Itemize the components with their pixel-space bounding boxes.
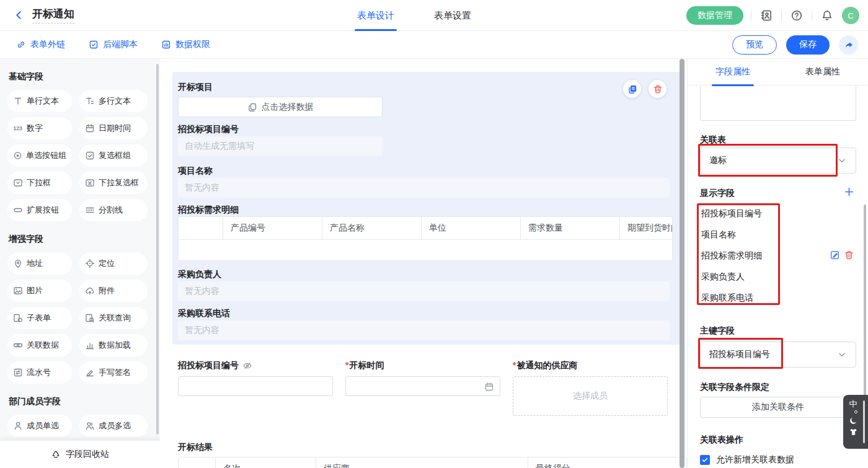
text-input[interactable] (178, 376, 333, 396)
primary-field-select[interactable]: 招投标项目编号 (700, 342, 856, 368)
data-manage-button[interactable]: 数据管理 (686, 6, 743, 25)
widget-divider (863, 400, 865, 443)
result-table: 名次 供应商 最终得分 (178, 457, 687, 468)
palette-relation-query[interactable]: 关联查询 (79, 307, 148, 329)
detail-subtable: 产品编号 产品名称 单位 需求数量 期望到货时间 (178, 216, 673, 261)
field-label: 采购联系电话 (178, 308, 230, 319)
calendar-icon (85, 123, 95, 133)
delete-display-fields-button[interactable] (844, 250, 854, 260)
palette-select[interactable]: 下拉框 (7, 172, 72, 194)
back-button[interactable] (11, 8, 26, 23)
palette-data-load[interactable]: 数据加载 (79, 334, 148, 356)
share-button[interactable] (839, 35, 858, 55)
result-table-label: 开标结果 (178, 442, 213, 453)
checkbox-icon (85, 151, 95, 161)
field-label: 采购负责人 (178, 269, 221, 280)
select-data-button[interactable]: 点击选择数据 (178, 97, 383, 117)
eye-off-icon (242, 361, 252, 371)
divider-icon (85, 205, 95, 215)
translate-theme-widget[interactable]: 中 (843, 395, 868, 449)
button-icon (13, 205, 23, 215)
theme-shirt-icon[interactable] (849, 428, 858, 437)
subtable-col-header: 产品名称 (322, 217, 422, 239)
tab-form-design[interactable]: 表单设计 (355, 0, 397, 31)
palette-extend-button[interactable]: 扩展按钮 (7, 199, 72, 221)
data-permission-link[interactable]: 数据权限 (161, 39, 210, 50)
tab-field-properties[interactable]: 字段属性 (715, 59, 750, 86)
palette-multi-line-text[interactable]: 多行文本 (79, 90, 148, 112)
display-field-item[interactable]: 招投标项目编号 (701, 208, 762, 219)
section-enhanced-fields: 增强字段 (9, 234, 151, 245)
palette-address[interactable]: 地址 (7, 252, 72, 275)
palette-single-line-text[interactable]: 单行文本 (7, 90, 72, 112)
date-input[interactable] (345, 376, 500, 396)
field-label-required: *开标时间 (345, 360, 384, 371)
save-button[interactable]: 保存 (786, 35, 830, 55)
serial-number-icon (13, 368, 23, 377)
display-field-item[interactable]: 采购负责人 (701, 272, 745, 283)
bar-chart-icon (85, 340, 95, 350)
header-tabs: 表单设计 表单设置 (355, 0, 474, 31)
subtable-col-header: 期望到货时间 (620, 217, 673, 239)
checkbox-checked[interactable] (700, 455, 710, 465)
panel-scrollbar[interactable] (864, 205, 866, 402)
relation-table-select[interactable]: 邀标 (700, 148, 856, 174)
backend-script-link[interactable]: 后端脚本 (89, 39, 138, 50)
dropdown-icon (13, 178, 23, 188)
divider (812, 11, 812, 20)
member-picker[interactable]: 选择成员 (513, 376, 668, 416)
radio-icon (13, 151, 22, 161)
form-canvas: 开标项目 点击选择数据 招投标项目编号 自动生成无需填写 项目名称 暂无内容 招… (160, 59, 687, 468)
field-input-readonly: 暂无内容 (178, 178, 670, 198)
canvas-scrollbar[interactable] (680, 59, 684, 468)
multi-dropdown-icon (85, 178, 95, 188)
add-display-field-button[interactable] (844, 187, 854, 197)
form-external-link[interactable]: 表单外链 (16, 39, 65, 50)
notification-bell-icon[interactable] (820, 8, 835, 23)
field-input-readonly: 暂无内容 (178, 320, 670, 340)
sidebar-scrollbar[interactable] (156, 64, 159, 435)
edit-display-fields-button[interactable] (830, 250, 840, 260)
field-recycle-bin[interactable]: 字段回收站 (0, 441, 160, 468)
tab-form-properties[interactable]: 表单属性 (805, 59, 840, 86)
palette-checkbox-group[interactable]: 复选框组 (79, 144, 148, 167)
palette-datetime[interactable]: 日期时间 (79, 117, 148, 139)
preview-button[interactable]: 预览 (732, 35, 777, 55)
tab-form-settings[interactable]: 表单设置 (432, 0, 474, 31)
palette-relation-data[interactable]: 关联数据 (7, 334, 72, 356)
palette-signature[interactable]: 手写签名 (79, 361, 148, 384)
search-doc-icon (85, 313, 95, 323)
clipped-input[interactable] (700, 86, 856, 121)
palette-attachment[interactable]: 附件 (79, 280, 148, 302)
subtable-col-header: 产品编号 (223, 217, 322, 239)
palette-divider[interactable]: 分割线 (79, 199, 148, 221)
palette-subform[interactable]: 子表单 (7, 307, 72, 329)
palette-number[interactable]: 123数字 (7, 117, 72, 139)
palette-image[interactable]: 图片 (7, 280, 72, 302)
dark-mode-moon-icon[interactable] (849, 416, 858, 425)
palette-radio-group[interactable]: 单选按钮组 (7, 144, 72, 167)
delete-block-button[interactable] (649, 80, 666, 98)
palette-member-multi[interactable]: 成员多选 (79, 415, 148, 437)
cloud-upload-icon (85, 286, 95, 296)
display-field-item[interactable]: 采购联系电话 (701, 293, 753, 304)
section-basic-fields: 基础字段 (9, 71, 151, 82)
people-icon (85, 421, 95, 431)
contacts-icon[interactable] (759, 8, 774, 23)
selected-relation-data-block[interactable]: 开标项目 点击选择数据 招投标项目编号 自动生成无需填写 项目名称 暂无内容 招… (172, 72, 681, 345)
palette-member-single[interactable]: 成员单选 (7, 415, 72, 437)
language-toggle[interactable]: 中 (849, 399, 857, 408)
add-condition-button[interactable]: 添加关联条件 (700, 397, 856, 418)
chevron-down-icon (837, 156, 847, 166)
help-icon[interactable] (789, 8, 804, 23)
user-avatar[interactable]: C (842, 7, 859, 24)
palette-serial-number[interactable]: 流水号 (7, 361, 72, 384)
display-field-item[interactable]: 招投标需求明细 (701, 250, 762, 262)
palette-location[interactable]: 定位 (79, 252, 148, 275)
recycle-icon (51, 449, 61, 459)
result-col-header: 供应商 (316, 457, 528, 468)
display-field-item[interactable]: 项目名称 (701, 229, 736, 241)
copy-block-button[interactable] (623, 80, 641, 98)
page-title[interactable]: 开标通知 (32, 7, 74, 24)
palette-multi-select[interactable]: 下拉复选框 (79, 172, 148, 194)
